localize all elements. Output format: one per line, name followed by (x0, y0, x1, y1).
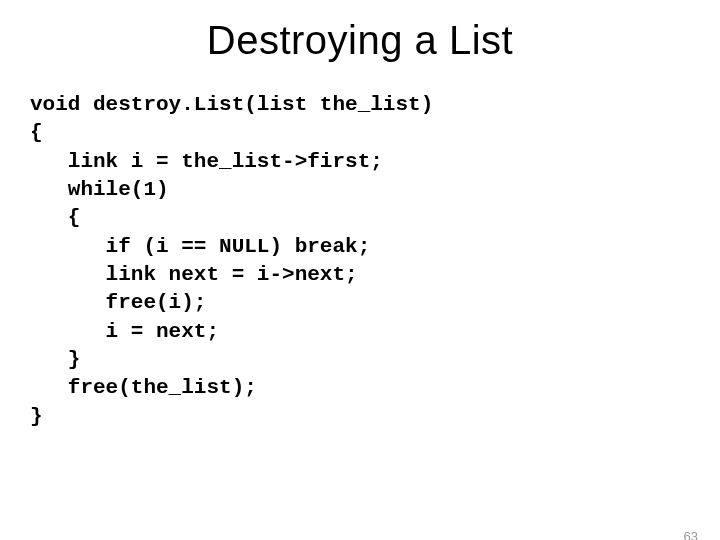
code-line: free(the_list); (30, 376, 257, 399)
code-line: link i = the_list->first; (30, 150, 383, 173)
slide: Destroying a List void destroy.List(list… (0, 18, 720, 540)
code-line: { (30, 206, 80, 229)
slide-title: Destroying a List (0, 18, 720, 63)
code-line: i = next; (30, 320, 219, 343)
code-block: void destroy.List(list the_list) { link … (30, 91, 720, 431)
code-line: link next = i->next; (30, 263, 358, 286)
code-line: while(1) (30, 178, 169, 201)
code-line: if (i == NULL) break; (30, 235, 370, 258)
code-line: } (30, 348, 80, 371)
code-line: free(i); (30, 291, 206, 314)
code-line: } (30, 405, 43, 428)
code-line: void destroy.List(list the_list) (30, 93, 433, 116)
page-number: 63 (684, 529, 698, 540)
code-line: { (30, 121, 43, 144)
